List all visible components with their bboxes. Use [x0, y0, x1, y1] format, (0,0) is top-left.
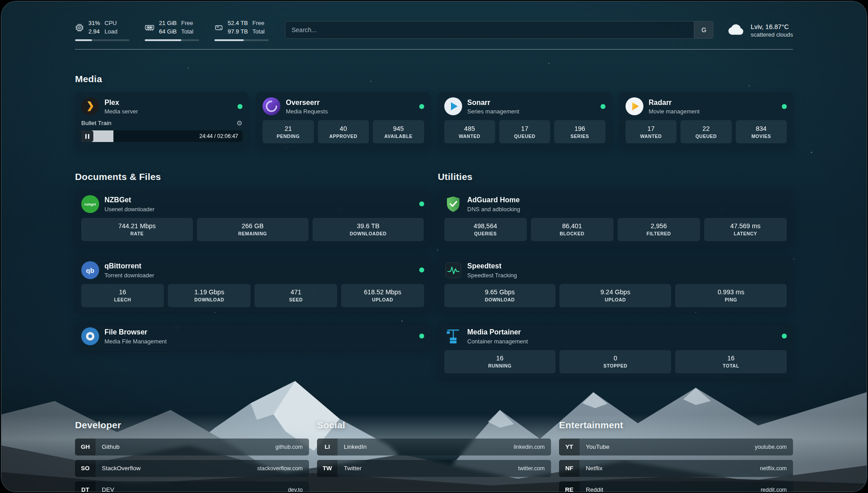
- bookmark-abbr: RE: [559, 481, 580, 492]
- section-media: Media Plex: [75, 74, 793, 148]
- memory-total-value: 64 GiB: [159, 28, 177, 36]
- disk-progress-bar: [214, 39, 269, 41]
- bookmark-dev[interactable]: DT DEV dev.to: [75, 481, 309, 492]
- stat-series: 196SERIES: [554, 120, 605, 143]
- stat-rate: 744.21 MbpsRATE: [81, 218, 193, 241]
- stat-queued: 22QUEUED: [680, 120, 731, 143]
- app-name: Overseerr: [286, 98, 328, 107]
- bookmark-stackoverflow[interactable]: SO StackOverflow stackoverflow.com: [75, 460, 309, 477]
- app-subtitle: Media File Management: [104, 338, 167, 345]
- bookmark-name: StackOverflow: [102, 465, 141, 472]
- status-dot: [419, 334, 424, 338]
- app-name: Plex: [104, 98, 138, 107]
- weather-location: Lviv, 16.87°C: [751, 22, 793, 31]
- plex-icon: [81, 97, 99, 115]
- playback-time: 24:44 / 02:06:47: [200, 133, 243, 139]
- stat-upload: 9.24 GbpsUPLOAD: [559, 284, 671, 307]
- stat-approved: 40APPROVED: [318, 120, 369, 143]
- status-dot: [419, 267, 424, 272]
- search-input[interactable]: [285, 26, 694, 33]
- pause-button[interactable]: [81, 130, 93, 142]
- stat-wanted: 485WANTED: [444, 120, 495, 143]
- bookmark-abbr: TW: [317, 460, 338, 477]
- bookmark-name: YouTube: [586, 443, 609, 450]
- stat-seed: 471SEED: [255, 284, 337, 307]
- bookmark-url: stackoverflow.com: [257, 465, 309, 472]
- app-card-qbittorrent[interactable]: qb qBittorrent Torrent downloader: [75, 256, 430, 312]
- bookmark-name: Twitter: [344, 465, 362, 472]
- app-card-filebrowser[interactable]: File Browser Media File Management: [75, 322, 430, 351]
- stat-wanted: 17WANTED: [626, 120, 676, 143]
- bookmark-github[interactable]: GH Github github.com: [75, 439, 309, 455]
- stat-remaining: 266 GBREMAINING: [197, 218, 309, 241]
- cloud-icon: [727, 23, 745, 37]
- bookmark-name: Github: [102, 443, 120, 450]
- app-name: Sonarr: [467, 98, 519, 107]
- developer-section-title: Developer: [75, 420, 309, 430]
- documents-section-title: Documents & Files: [75, 171, 430, 182]
- stat-queued: 17QUEUED: [499, 120, 550, 143]
- stat-upload: 618.52 MbpsUPLOAD: [341, 284, 424, 307]
- stat-download: 1.19 GbpsDOWNLOAD: [168, 284, 250, 307]
- status-dot: [601, 104, 605, 109]
- search-engine-button[interactable]: G: [694, 21, 713, 38]
- bookmark-abbr: DT: [75, 481, 96, 492]
- playback-progress-bar[interactable]: 24:44 / 02:06:47: [81, 130, 242, 142]
- app-subtitle: Speedtest Tracking: [467, 272, 517, 279]
- memory-free-label: Free: [181, 19, 193, 28]
- nzbget-icon: nzbget: [81, 195, 99, 213]
- bookmark-twitter[interactable]: TW Twitter twitter.com: [317, 460, 551, 477]
- status-dot: [782, 334, 787, 338]
- app-card-adguard[interactable]: AdGuard Home DNS and adblocking 498,564Q…: [438, 190, 793, 246]
- bookmark-netflix[interactable]: NF Netflix netflix.com: [559, 460, 793, 477]
- stat-queries: 498,564QUERIES: [444, 218, 527, 241]
- bookmark-reddit[interactable]: RE Reddit reddit.com: [559, 481, 793, 492]
- status-dot: [238, 104, 242, 109]
- app-card-radarr[interactable]: Radarr Movie management 17WANTED 22QUEUE…: [619, 92, 793, 148]
- bookmark-linkedin[interactable]: LI LinkedIn linkedin.com: [317, 439, 551, 455]
- app-card-overseerr[interactable]: Overseerr Media Requests 21PENDING 40APP…: [256, 92, 430, 148]
- bookmark-url: linkedin.com: [514, 444, 551, 450]
- bookmark-url: netflix.com: [760, 465, 793, 472]
- app-name: Speedtest: [467, 262, 517, 270]
- app-subtitle: Torrent downloader: [104, 272, 154, 279]
- weather-condition: scattered clouds: [751, 31, 793, 38]
- app-name: Media Portainer: [467, 328, 528, 336]
- app-card-sonarr[interactable]: Sonarr Series management 485WANTED 17QUE…: [438, 92, 612, 148]
- app-name: NZBGet: [104, 196, 154, 204]
- app-card-nzbget[interactable]: nzbget NZBGet Usenet downloader 74: [75, 190, 430, 246]
- stat-download: 9.65 GbpsDOWNLOAD: [444, 284, 556, 307]
- stat-ping: 0.993 msPING: [675, 284, 787, 307]
- bookmark-youtube[interactable]: YT YouTube youtube.com: [559, 439, 793, 455]
- app-name: Radarr: [649, 98, 700, 107]
- cpu-load-value: 2.94: [88, 28, 100, 36]
- disk-total-value: 97.9 TB: [228, 28, 248, 36]
- bookmark-name: LinkedIn: [344, 443, 367, 450]
- stat-latency: 47.569 msLATENCY: [704, 218, 787, 241]
- ram-icon: [145, 23, 154, 32]
- cpu-usage-value: 31%: [88, 19, 100, 28]
- section-documents: Documents & Files nzbget: [75, 163, 430, 378]
- cpu-progress-bar: [75, 39, 129, 41]
- disk-stat-widget: 52.4 TB 97.9 TB Free Total: [214, 19, 269, 41]
- bookmark-url: dev.to: [288, 487, 309, 492]
- entertainment-section-title: Entertainment: [559, 420, 793, 430]
- adguard-icon: [444, 195, 462, 213]
- bookmark-abbr: YT: [559, 439, 580, 455]
- speedtest-icon: [444, 261, 462, 279]
- bookmark-abbr: SO: [75, 460, 96, 477]
- bookmark-url: youtube.com: [755, 444, 793, 450]
- bookmark-abbr: GH: [75, 439, 96, 455]
- overseerr-icon: [263, 97, 280, 115]
- portainer-icon: [444, 327, 462, 345]
- search-bar[interactable]: G: [285, 21, 714, 39]
- app-subtitle: Container management: [467, 338, 528, 345]
- app-card-portainer[interactable]: Media Portainer Container management 16R…: [438, 322, 793, 378]
- stat-total: 16TOTAL: [675, 350, 787, 373]
- app-card-plex[interactable]: Plex Media server Bullet Train ⚙ 24:44 /…: [75, 92, 249, 148]
- app-subtitle: Media Requests: [286, 108, 328, 115]
- bookmark-url: twitter.com: [518, 465, 551, 472]
- gear-icon[interactable]: ⚙: [237, 120, 242, 126]
- media-section-title: Media: [75, 74, 793, 84]
- app-card-speedtest[interactable]: Speedtest Speedtest Tracking 9.65 GbpsDO…: [438, 256, 793, 312]
